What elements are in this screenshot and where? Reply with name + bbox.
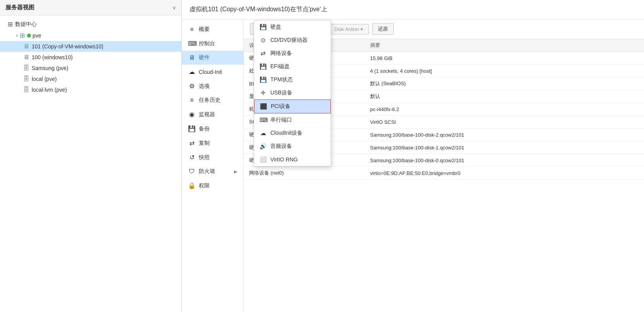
tree-item-samsung[interactable]: 🗄 Samsung (pve): [0, 63, 181, 74]
nav-cloudinit[interactable]: ☁ Cloud-Init: [182, 65, 243, 79]
main-area: 虚拟机101 (Copy-of-VM-windows10)在节点'pve'上 ≡…: [182, 0, 644, 312]
nav-console[interactable]: ⌨ 控制台: [182, 36, 243, 51]
nav-backup-label: 备份: [199, 125, 210, 132]
network-icon: ⇄: [260, 50, 266, 57]
table-row[interactable]: 网络设备 (net0)virtio=0E:9D:AF:BE:50:E0,brid…: [244, 167, 644, 180]
add-dropdown-menu: 💾硬盘⊙CD/DVD驱动器⇄网络设备💾EFI磁盘💾TPM状态✛USB设备⬛PCI…: [254, 20, 331, 166]
sidebar-tree: ⊞ 数据中心 ∨ ⊞ pve 🖥 101 (Copy-of-VM-windows…: [0, 15, 181, 312]
audio-icon: 🔊: [260, 143, 266, 150]
vm100-label: 100 (windows10): [32, 54, 73, 60]
table-cell-summary: virtio=0E:9D:AF:BE:50:E0,bridge=vmbr0: [365, 167, 644, 180]
vm101-icon: 🖥: [23, 43, 29, 50]
locallvm-label: local-lvm (pve): [32, 87, 67, 93]
table-cell-summary: VirtIO SCSI: [365, 116, 644, 129]
serial-label: 串行端口: [270, 117, 292, 123]
taskhistory-icon: ≡: [188, 97, 196, 104]
disk-action-button[interactable]: Disk Action ▾: [328, 24, 369, 34]
nav-replication-label: 复制: [199, 140, 210, 147]
tree-item-pve[interactable]: ∨ ⊞ pve: [0, 30, 181, 41]
nav-monitor[interactable]: ◉ 监视器: [182, 107, 243, 122]
nav-snapshot-label: 快照: [199, 154, 210, 161]
restore-button[interactable]: 还原: [372, 23, 394, 35]
samsung-label: Samsung (pve): [32, 65, 68, 71]
dropdown-item-tpm[interactable]: 💾TPM状态: [254, 73, 331, 86]
audio-label: 音频设备: [270, 143, 292, 150]
dropdown-item-cdvd[interactable]: ⊙CD/DVD驱动器: [254, 34, 331, 47]
nav-permissions[interactable]: 🔒 权限: [182, 178, 243, 193]
dropdown-item-efi[interactable]: 💾EFI磁盘: [254, 60, 331, 73]
cloudinit-icon: ☁: [260, 130, 266, 137]
nav-snapshot[interactable]: ↺ 快照: [182, 150, 243, 165]
nav-backup[interactable]: 💾 备份: [182, 122, 243, 136]
datacenter-icon: ⊞: [8, 21, 13, 28]
cloudinit-label: CloudInit设备: [270, 130, 302, 137]
efi-icon: 💾: [260, 63, 266, 70]
dropdown-item-network[interactable]: ⇄网络设备: [254, 47, 331, 60]
nav-cloudinit-label: Cloud-Init: [199, 69, 222, 75]
dropdown-item-virtiorng[interactable]: ⬜VirtIO RNG: [254, 153, 331, 166]
vm101-label: 101 (Copy-of-VM-windows10): [32, 43, 103, 50]
dropdown-item-cloudinit[interactable]: ☁CloudInit设备: [254, 127, 331, 140]
dropdown-item-audio[interactable]: 🔊音频设备: [254, 140, 331, 153]
dropdown-item-serial[interactable]: ⌨串行端口: [254, 113, 331, 127]
tree-item-vm100[interactable]: 🖥 100 (windows10): [0, 52, 181, 63]
nav-hardware-label: 硬件: [199, 54, 210, 61]
disk-action-dropdown-icon: ▾: [360, 26, 363, 32]
harddisk-label: 硬盘: [270, 24, 281, 31]
vm100-icon: 🖥: [23, 54, 29, 61]
backup-icon: 💾: [188, 125, 196, 132]
dropdown-item-harddisk[interactable]: 💾硬盘: [254, 21, 331, 34]
samsung-icon: 🗄: [23, 65, 29, 72]
nav-permissions-label: 权限: [199, 182, 210, 189]
hardware-icon: 🖥: [188, 54, 196, 61]
nav-options[interactable]: ⚙ 选项: [182, 79, 243, 93]
table-cell-summary: 4 (1 sockets, 4 cores) [host]: [365, 65, 644, 77]
locallvm-icon: 🗄: [23, 86, 29, 93]
disk-action-label: Disk Action: [334, 26, 359, 32]
pci-icon: ⬛: [260, 103, 267, 110]
tree-item-datacenter[interactable]: ⊞ 数据中心: [0, 19, 181, 30]
nav-options-label: 选项: [199, 83, 210, 90]
local-icon: 🗄: [23, 75, 29, 82]
usb-icon: ✛: [260, 89, 266, 96]
tpm-label: TPM状态: [270, 76, 293, 83]
firewall-icon: 🛡: [188, 168, 196, 175]
table-cell-summary: pc-i440fx-6.2: [365, 103, 644, 116]
efi-label: EFI磁盘: [270, 63, 290, 70]
table-cell-summary: Samsung:100/base-100-disk-2.qcow2/101: [365, 129, 644, 141]
nav-menu: ≡ 概要 ⌨ 控制台 🖥 硬件 ☁ Cloud-Init ⚙ 选项 ≡ 任务历史: [182, 19, 244, 312]
serial-icon: ⌨: [260, 117, 266, 123]
console-icon: ⌨: [188, 40, 196, 47]
firewall-arrow-icon: ▶: [234, 169, 237, 174]
pve-label: pve: [32, 33, 41, 39]
dropdown-item-pci[interactable]: ⬛PCI设备: [254, 99, 331, 113]
nav-firewall-label: 防火墙: [199, 168, 215, 175]
nav-firewall[interactable]: 🛡 防火墙 ▶: [182, 165, 243, 178]
options-icon: ⚙: [188, 82, 196, 90]
nav-taskhistory[interactable]: ≡ 任务历史: [182, 93, 243, 107]
nav-replication[interactable]: ⇄ 复制: [182, 136, 243, 150]
restore-button-label: 还原: [378, 26, 388, 33]
summary-icon: ≡: [188, 26, 196, 33]
cdvd-icon: ⊙: [260, 37, 266, 44]
nav-hardware[interactable]: 🖥 硬件: [182, 51, 243, 65]
col-summary: 摘要: [365, 39, 644, 52]
table-cell-summary: 15.98 GiB: [365, 52, 644, 65]
table-cell-device: 网络设备 (net0): [244, 167, 365, 180]
nav-summary-label: 概要: [199, 26, 210, 33]
tpm-icon: 💾: [260, 76, 266, 83]
content-area: ≡ 概要 ⌨ 控制台 🖥 硬件 ☁ Cloud-Init ⚙ 选项 ≡ 任务历史: [182, 19, 644, 312]
nav-monitor-label: 监视器: [199, 111, 215, 118]
tree-item-vm101[interactable]: 🖥 101 (Copy-of-VM-windows10): [0, 41, 181, 52]
nav-summary[interactable]: ≡ 概要: [182, 22, 243, 36]
tree-item-locallvm[interactable]: 🗄 local-lvm (pve): [0, 84, 181, 95]
dropdown-item-usb[interactable]: ✛USB设备: [254, 86, 331, 99]
permissions-icon: 🔒: [188, 182, 196, 189]
main-title: 虚拟机101 (Copy-of-VM-windows10)在节点'pve'上: [182, 0, 644, 19]
tree-item-local[interactable]: 🗄 local (pve): [0, 74, 181, 84]
pci-label: PCI设备: [271, 103, 290, 110]
sidebar-collapse-icon[interactable]: ∨: [173, 5, 176, 10]
replication-icon: ⇄: [188, 139, 196, 147]
sidebar: 服务器视图 ∨ ⊞ 数据中心 ∨ ⊞ pve 🖥 101 (Copy-of-VM…: [0, 0, 182, 312]
nav-console-label: 控制台: [199, 40, 215, 47]
